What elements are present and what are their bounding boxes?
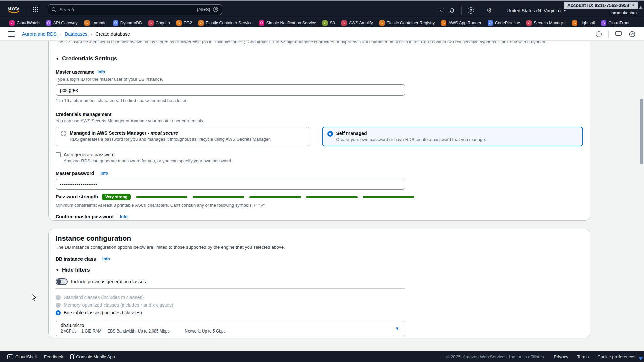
aws-logo-text: aws (8, 6, 19, 10)
footer-cloudshell-button[interactable]: >_ CloudShell (7, 354, 37, 359)
db-instance-class-label: DB instance class (56, 256, 96, 262)
divider (480, 6, 480, 15)
class-option-burstable[interactable]: Burstable classes (includes t classes) (56, 310, 583, 315)
strength-bar-segment (136, 196, 187, 198)
footer-feedback-button[interactable]: Feedback (44, 354, 63, 359)
menu-hamburger-icon[interactable] (8, 31, 15, 37)
aws-logo[interactable]: aws (7, 6, 20, 13)
db-instance-class-info-link[interactable]: Info (102, 257, 110, 261)
favorites-item-label: Elastic Container Registry (387, 21, 435, 25)
favorites-item-elastic-container-service[interactable]: Elastic Container Service (198, 20, 253, 26)
lightsail-icon (572, 20, 577, 26)
radio-unselected-icon[interactable] (61, 131, 66, 136)
display-icon[interactable] (615, 31, 622, 37)
footer-link-terms[interactable]: Terms (577, 354, 589, 359)
option-managed-secrets-manager[interactable]: Managed in AWS Secrets Manager - most se… (56, 127, 309, 146)
shortcuts-icon[interactable] (629, 31, 635, 37)
password-strength-row: Password strength Very strong (56, 194, 583, 200)
favorites-item-elastic-container-registry[interactable]: Elastic Container Registry (379, 20, 435, 26)
favorites-item-lambda[interactable]: Lambda (84, 20, 107, 26)
cloudfront-icon (601, 20, 606, 26)
master-username-help: Type a login ID for the master user of y… (56, 77, 583, 82)
password-strength-bars (136, 196, 414, 198)
radio-selected-icon[interactable] (56, 310, 61, 315)
favorites-item-label: S3 (330, 21, 335, 25)
option-description: RDS generates a password for you and man… (70, 137, 271, 142)
favorites-item-dynamodb[interactable]: DynamoDB (113, 20, 142, 26)
topbar-actions: >_ ? ⚙ United States (N. Virginia) ▼ (435, 2, 566, 19)
footer-mobile-app-button[interactable]: Console Mobile App (70, 354, 115, 359)
search-icon (51, 7, 57, 12)
breadcrumb-aurora-rds[interactable]: Aurora and RDS (22, 31, 57, 37)
scrollbar-up-arrow[interactable] (639, 6, 643, 9)
instance-configuration-subtitle: The DB instance configuration options be… (56, 245, 583, 250)
favorites-item-codepipeline[interactable]: CodePipeline (488, 20, 520, 26)
favorites-item-label: Lightsail (579, 21, 595, 25)
footer-links: PrivacyTermsCookie preferences (554, 354, 635, 359)
favorites-item-s3[interactable]: S3 (322, 20, 335, 26)
favorites-item-label: CodePipeline (495, 21, 520, 25)
instance-configuration-title: Instance configuration (56, 234, 583, 242)
master-password-info-link[interactable]: Info (100, 171, 108, 176)
hide-filters-label: Hide filters (62, 267, 90, 273)
footer-link-privacy[interactable]: Privacy (554, 354, 568, 359)
favorites-item-cloudfront[interactable]: CloudFront (601, 20, 629, 26)
previous-generation-toggle[interactable] (56, 278, 68, 285)
radio-selected-icon[interactable] (327, 131, 333, 137)
chevron-down-icon: ▼ (632, 4, 635, 7)
favorites-item-lightsail[interactable]: Lightsail (572, 20, 595, 26)
confirm-password-info-link[interactable]: Info (120, 214, 128, 219)
master-username-input[interactable]: postgres (56, 84, 405, 96)
mobile-phone-icon (70, 354, 74, 359)
favorites-item-ec2[interactable]: EC2 (176, 20, 192, 26)
instance-class-options: Standard classes (includes m classes)Mem… (56, 295, 583, 315)
favorites-item-label: DynamoDB (120, 21, 142, 25)
favorites-item-label: CloudWatch (17, 21, 40, 25)
scrollbar-down-arrow[interactable] (639, 357, 643, 360)
scrollbar-thumb[interactable] (640, 99, 643, 164)
auto-generate-password-checkbox[interactable] (56, 152, 61, 157)
spec-vcpus: 2 vCPUs (61, 329, 76, 334)
footer-link-cookie-preferences[interactable]: Cookie preferences (597, 354, 635, 359)
favorites-item-label: EC2 (184, 21, 192, 25)
services-grid-icon[interactable] (33, 7, 38, 12)
favorites-item-aws-amplify[interactable]: AWS Amplify (341, 20, 373, 26)
help-icon[interactable]: ? (465, 5, 476, 16)
copyright-text: © 2025, Amazon Web Services, Inc. or its… (446, 354, 545, 359)
class-option-label: Memory optimized classes (includes r and… (64, 302, 173, 308)
favorites-item-label: Elastic Container Service (206, 21, 253, 25)
divider (117, 214, 117, 219)
top-navigation-bar: aws Search [Alt+S] >_ (0, 1, 644, 18)
breadcrumb-databases[interactable]: Databases (65, 31, 87, 37)
favorites-item-api-gateway[interactable]: API Gateway (46, 20, 78, 26)
master-password-input[interactable]: •••••••••••••••••• (56, 179, 405, 190)
favorites-item-simple-notification-service[interactable]: Simple Notification Service (259, 20, 316, 26)
spec-ebs-bandwidth: EBS Bandwidth: Up to 2,085 Mbps (107, 329, 169, 334)
favorites-item-cloudwatch[interactable]: CloudWatch (9, 20, 40, 26)
credentials-settings-header[interactable]: ▼ Credentials Settings (56, 55, 583, 62)
info-panel-icon[interactable]: i (596, 31, 602, 37)
account-id-tooltip[interactable]: Account ID: 8211-7563-3958 ▼ (564, 2, 638, 9)
notifications-bell-icon[interactable] (446, 5, 458, 16)
password-strength-label: Password strength (56, 194, 98, 200)
hide-filters-toggle[interactable]: ▼ Hide filters (56, 267, 405, 273)
ec2-icon (176, 20, 182, 26)
region-selector[interactable]: United States (N. Virginia) ▼ (506, 8, 566, 13)
cloudshell-icon[interactable]: >_ (435, 5, 446, 16)
ecs-icon (198, 20, 204, 26)
favorites-item-aws-app-runner[interactable]: AWS App Runner (441, 20, 481, 26)
aws-console-screen: aws Search [Alt+S] >_ (0, 0, 644, 362)
db-instance-class-dropdown[interactable]: db.t3.micro 2 vCPUs 1 GiB RAM EBS Bandwi… (56, 321, 405, 336)
triangle-down-icon: ▼ (56, 268, 59, 272)
settings-gear-icon[interactable]: ⚙ (483, 5, 495, 16)
search-placeholder: Search (59, 7, 197, 12)
favorites-item-secrets-manager[interactable]: Secrets Manager (526, 20, 566, 26)
search-input[interactable]: Search [Alt+S] (48, 4, 222, 15)
credentials-management-label: Credentials management (56, 112, 112, 117)
radio-disabled-icon (56, 295, 61, 300)
master-username-info-link[interactable]: Info (97, 70, 105, 74)
favorites-item-cognito[interactable]: Cognito (148, 20, 170, 26)
api-gateway-icon (46, 20, 51, 26)
option-self-managed[interactable]: Self managed Create your own password or… (322, 127, 583, 146)
auto-generate-password-label: Auto generate password (64, 152, 115, 157)
